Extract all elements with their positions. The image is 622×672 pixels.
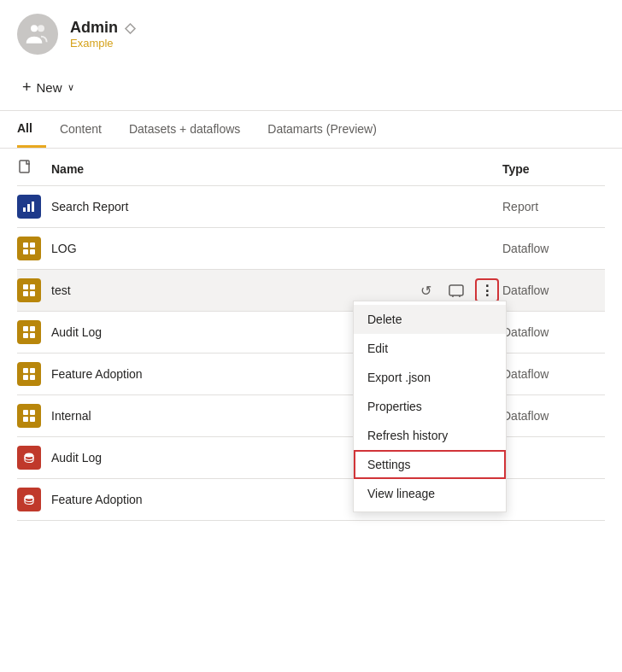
row-type-5: Dataflow [502,367,605,381]
refresh-icon[interactable]: ↺ [414,278,437,302]
row-icon-8 [17,488,51,511]
menu-item-properties[interactable]: Properties [354,392,506,421]
row-type-2: Dataflow [502,242,605,255]
new-button[interactable]: + New ∨ [17,75,79,100]
menu-item-edit[interactable]: Edit [354,334,506,363]
table-row: Feature Adoption [17,479,605,521]
workspace-subtitle[interactable]: Example [70,37,135,50]
menu-item-refresh-history[interactable]: Refresh history [354,421,506,450]
menu-item-view-lineage[interactable]: View lineage [354,479,506,508]
svg-rect-11 [30,284,35,289]
dataflow-icon [17,278,41,302]
people-icon [24,20,51,48]
row-icon-5 [17,362,51,386]
svg-rect-17 [23,333,28,338]
dataflow-symbol-icon [22,325,36,339]
schedule-icon[interactable] [444,278,468,302]
svg-rect-8 [23,249,28,254]
workspace-name-row: Admin ◇ [70,19,135,37]
workspace-info: Admin ◇ Example [70,19,135,50]
bar-chart-icon [22,200,36,213]
dataflow-icon [17,404,41,428]
tabs-container: All Content Datasets + dataflows Datamar… [0,111,622,149]
table-row: Feature Adoption Dataflow [17,354,605,395]
workspace-header: Admin ◇ Example [0,0,622,68]
svg-rect-12 [23,291,28,296]
svg-rect-23 [23,410,28,415]
tab-content[interactable]: Content [46,112,115,148]
file-icon [17,159,34,176]
report-icon [17,195,41,219]
table-row: Search Report Report [17,186,605,228]
chevron-down-icon: ∨ [67,82,74,93]
row-name-3: test [51,283,414,297]
tab-datamarts[interactable]: Datamarts (Preview) [254,112,390,148]
row-actions-3: ↺ ⋮ [414,278,499,302]
row-icon-3 [17,278,51,302]
col-header-type: Type [502,162,605,176]
table-row: test ↺ ⋮ Dataflow Delete Edit Export .js… [17,270,605,312]
row-type-6: Dataflow [502,409,605,423]
new-label: New [37,80,62,95]
menu-item-settings[interactable]: Settings [354,450,506,479]
plus-icon: + [22,79,32,96]
monitor-clock-icon [449,283,464,298]
svg-rect-15 [23,326,28,331]
svg-rect-2 [20,161,29,172]
database-icon [17,446,41,470]
row-type-1: Report [502,200,605,213]
dataflow-symbol-icon [22,283,36,297]
database-icon [17,488,41,511]
row-name-2: LOG [51,242,502,255]
svg-rect-16 [30,326,35,331]
svg-rect-5 [32,202,34,212]
workspace-name: Admin [70,19,118,37]
table-row: Internal Dataflow [17,395,605,437]
svg-rect-20 [30,368,35,373]
svg-rect-13 [30,291,35,296]
svg-rect-7 [30,243,35,248]
svg-rect-14 [449,285,463,295]
dataflow-icon [17,320,41,344]
workspace-avatar [17,14,58,55]
dataflow-symbol-icon [22,242,36,255]
row-type-3: Dataflow [502,283,605,297]
dataflow-icon [17,237,41,260]
menu-item-export[interactable]: Export .json [354,363,506,392]
premium-icon: ◇ [125,20,135,36]
row-icon-4 [17,320,51,344]
menu-item-delete[interactable]: Delete [354,305,506,334]
row-icon-1 [17,195,51,219]
tab-all[interactable]: All [17,111,46,148]
svg-rect-24 [30,410,35,415]
row-icon-2 [17,237,51,260]
more-options-button[interactable]: ⋮ [475,278,499,302]
row-icon-7 [17,446,51,470]
dataflow-symbol-icon [22,367,36,381]
toolbar: + New ∨ [0,68,622,111]
svg-rect-9 [30,249,35,254]
svg-point-1 [38,25,44,32]
row-type-4: Dataflow [502,325,605,339]
database-symbol-icon [22,451,36,465]
table-row: LOG Dataflow [17,228,605,270]
svg-rect-26 [30,417,35,422]
context-menu: Delete Edit Export .json Properties Refr… [353,301,507,512]
svg-rect-4 [27,204,30,212]
svg-rect-6 [23,243,28,248]
svg-rect-22 [30,375,35,380]
table-row: Audit Log Dataflow [17,312,605,354]
row-icon-6 [17,404,51,428]
content-table: Name Type Search Report Report [0,149,622,521]
table-row: Audit Log [17,437,605,479]
col-header-name: Name [51,162,502,176]
table-header-row: Name Type [17,149,605,186]
svg-rect-25 [23,417,28,422]
svg-rect-18 [30,333,35,338]
dataflow-icon [17,362,41,386]
svg-rect-21 [23,375,28,380]
svg-rect-3 [23,207,26,212]
tab-datasets[interactable]: Datasets + dataflows [115,112,254,148]
svg-point-0 [31,25,38,32]
svg-rect-10 [23,284,28,289]
